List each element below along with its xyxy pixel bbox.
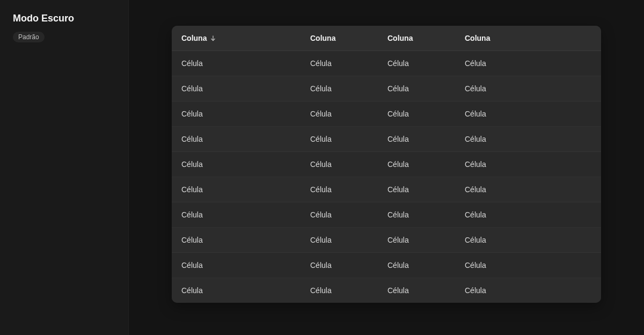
table-row: Célula Célula Célula Célula	[172, 76, 601, 101]
table-cell: Célula	[301, 127, 378, 152]
table-row: Célula Célula Célula Célula	[172, 202, 601, 228]
table-cell: Célula	[455, 177, 601, 202]
table-cell: Célula	[378, 127, 455, 152]
table-cell: Célula	[455, 278, 601, 303]
table-cell: Célula	[378, 228, 455, 253]
column-header-1[interactable]: Coluna	[301, 26, 378, 51]
table-cell: Célula	[172, 51, 301, 76]
table-row: Célula Célula Célula Célula	[172, 127, 601, 152]
table-cell: Célula	[301, 228, 378, 253]
table-cell: Célula	[378, 278, 455, 303]
table-cell: Célula	[455, 127, 601, 152]
column-header-3[interactable]: Coluna	[455, 26, 601, 51]
data-table-card: Coluna Coluna Col	[172, 26, 601, 303]
table-cell: Célula	[455, 202, 601, 228]
sidebar: Modo Escuro Padrão	[0, 0, 129, 335]
table-cell: Célula	[301, 101, 378, 127]
table-cell: Célula	[172, 228, 301, 253]
main-area: Coluna Coluna Col	[129, 0, 644, 335]
table-cell: Célula	[378, 177, 455, 202]
column-header-label: Coluna	[310, 34, 335, 42]
table-cell: Célula	[172, 127, 301, 152]
table-cell: Célula	[301, 152, 378, 177]
sidebar-title: Modo Escuro	[13, 13, 115, 24]
column-header-label: Coluna	[387, 34, 413, 42]
table-cell: Célula	[172, 253, 301, 278]
table-cell: Célula	[455, 228, 601, 253]
table-cell: Célula	[455, 101, 601, 127]
column-header-0[interactable]: Coluna	[172, 26, 301, 51]
table-cell: Célula	[378, 202, 455, 228]
table-cell: Célula	[301, 76, 378, 101]
arrow-down-icon	[210, 35, 216, 41]
table-cell: Célula	[378, 51, 455, 76]
table-cell: Célula	[378, 253, 455, 278]
table-cell: Célula	[172, 278, 301, 303]
table-cell: Célula	[455, 253, 601, 278]
table-cell: Célula	[301, 51, 378, 76]
table-cell: Célula	[172, 177, 301, 202]
column-header-label: Coluna	[465, 34, 490, 42]
table-row: Célula Célula Célula Célula	[172, 177, 601, 202]
table-cell: Célula	[378, 152, 455, 177]
column-header-label: Coluna	[181, 34, 207, 42]
table-cell: Célula	[301, 202, 378, 228]
table-header-row: Coluna Coluna Col	[172, 26, 601, 51]
table-body: Célula Célula Célula Célula Célula Célul…	[172, 51, 601, 303]
table-cell: Célula	[301, 177, 378, 202]
table-row: Célula Célula Célula Célula	[172, 51, 601, 76]
table-cell: Célula	[172, 101, 301, 127]
table-cell: Célula	[455, 152, 601, 177]
table-row: Célula Célula Célula Célula	[172, 152, 601, 177]
table-cell: Célula	[378, 101, 455, 127]
default-badge: Padrão	[13, 32, 45, 42]
column-header-2[interactable]: Coluna	[378, 26, 455, 51]
table-cell: Célula	[172, 202, 301, 228]
table-cell: Célula	[378, 76, 455, 101]
table-row: Célula Célula Célula Célula	[172, 228, 601, 253]
data-table: Coluna Coluna Col	[172, 26, 601, 303]
table-cell: Célula	[455, 51, 601, 76]
table-row: Célula Célula Célula Célula	[172, 278, 601, 303]
table-cell: Célula	[172, 152, 301, 177]
table-row: Célula Célula Célula Célula	[172, 253, 601, 278]
table-row: Célula Célula Célula Célula	[172, 101, 601, 127]
table-cell: Célula	[172, 76, 301, 101]
table-cell: Célula	[301, 253, 378, 278]
table-cell: Célula	[301, 278, 378, 303]
table-cell: Célula	[455, 76, 601, 101]
